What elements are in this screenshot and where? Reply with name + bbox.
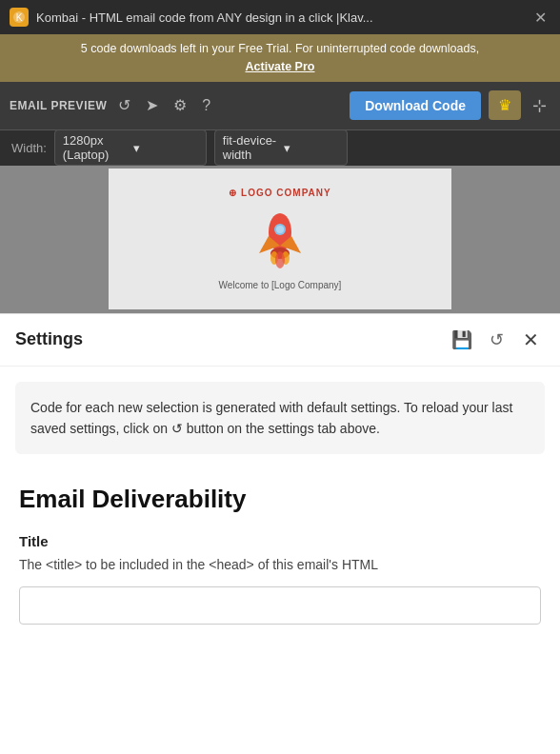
info-box: Code for each new selection is generated… [15,382,545,455]
window-close-button[interactable]: ✕ [530,7,550,29]
title-bar: K Kombai - HTML email code from ANY desi… [0,0,560,34]
app-icon: K [10,8,29,27]
crown-button[interactable]: ♛ [489,90,521,120]
svg-point-10 [275,251,285,268]
crown-icon: ♛ [498,97,511,113]
reload-settings-button[interactable]: ↺ [486,326,508,354]
trial-text: 5 code downloads left in your Free Trial… [81,42,479,55]
fit-value: fit-device-width [223,133,278,162]
email-preview: ⊕ LOGO COMPANY Welcome to [Logo Company] [0,166,560,313]
window-title: Kombai - HTML email code from ANY design… [36,10,523,25]
fit-chevron-icon: ▾ [284,141,339,155]
content-area: Email Deliverability Title The <title> t… [0,469,560,640]
toolbar: EMAIL PREVIEW ↺ ➤ ⚙ ? Download Code ♛ ⊹ [0,82,560,129]
info-reload-icon: ↺ [171,418,183,439]
download-code-button[interactable]: Download Code [350,91,481,120]
field-label: Title [19,533,541,549]
width-value: 1280px (Laptop) [63,133,128,162]
info-text-part2: button on the settings tab above. [187,421,380,436]
email-preview-content: ⊕ LOGO COMPANY Welcome to [Logo Company] [109,169,451,309]
settings-panel: Settings 💾 ↺ ✕ Code for each new selecti… [0,313,560,641]
settings-title: Settings [15,329,438,349]
expand-icon: ⊹ [532,96,547,115]
svg-point-7 [276,226,284,233]
trial-banner: 5 code downloads left in your Free Trial… [0,34,560,82]
width-chevron-icon: ▾ [133,141,198,155]
save-icon: 💾 [451,330,472,349]
send-button[interactable]: ➤ [142,92,162,118]
refresh-icon: ↺ [118,96,130,114]
title-input[interactable] [19,586,541,625]
save-settings-button[interactable]: 💾 [448,326,476,354]
svg-text:K: K [16,12,23,23]
settings-close-button[interactable]: ✕ [517,327,545,353]
width-bar: Width: 1280px (Laptop) ▾ fit-device-widt… [0,129,560,166]
rocket-illustration [251,206,309,272]
help-icon: ? [202,97,210,114]
send-icon: ➤ [146,96,158,114]
logo-company-label: ⊕ LOGO COMPANY [229,188,330,198]
toolbar-label: EMAIL PREVIEW [10,99,107,112]
help-button[interactable]: ? [198,93,214,118]
reload-icon: ↺ [490,330,504,349]
width-label: Width: [11,141,47,155]
settings-header: Settings 💾 ↺ ✕ [0,314,560,367]
expand-button[interactable]: ⊹ [529,91,550,120]
width-dropdown[interactable]: 1280px (Laptop) ▾ [54,129,207,166]
field-description: The <title> to be included in the <head>… [19,555,541,575]
fit-dropdown[interactable]: fit-device-width ▾ [214,129,348,166]
welcome-label: Welcome to [Logo Company] [219,280,342,290]
refresh-button[interactable]: ↺ [114,92,134,118]
activate-pro-link[interactable]: Activate Pro [246,60,315,73]
title-field: Title The <title> to be included in the … [19,533,541,625]
settings-button[interactable]: ⚙ [170,92,190,118]
section-title: Email Deliverability [19,485,541,514]
settings-icon: ⚙ [173,96,187,114]
